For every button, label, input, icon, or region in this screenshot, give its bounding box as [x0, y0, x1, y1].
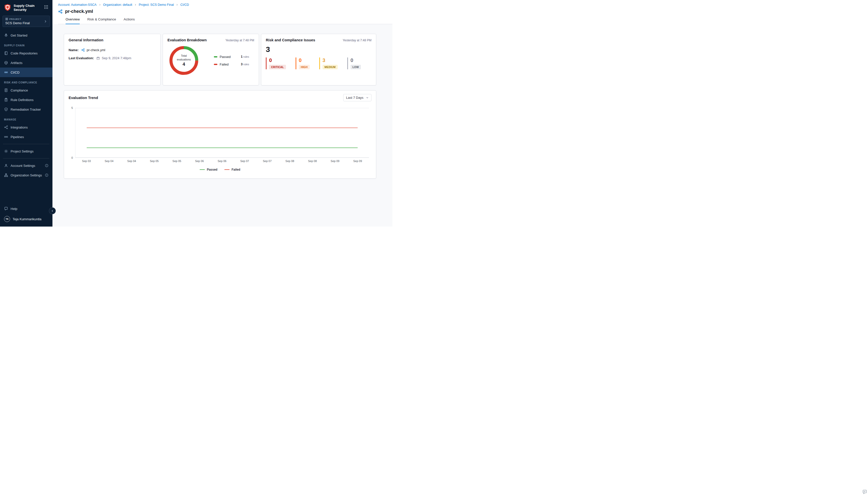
date-range-value: Last 7 Days: [346, 96, 363, 99]
sidebar-item-help[interactable]: Help: [0, 204, 52, 213]
y-tick-label: 0: [71, 156, 73, 159]
app-title: Supply Chain Security: [14, 4, 40, 12]
sidebar-item-label: CI/CD: [11, 71, 19, 74]
user-name: Teja Kummarikuntla: [13, 217, 41, 221]
medium-count: 3: [323, 57, 325, 63]
sidebar-item-label: Project Settings: [11, 149, 33, 153]
info-icon[interactable]: [45, 173, 49, 177]
breakdown-body: Total evaluations 4 Passed 1 rules: [163, 44, 259, 77]
title-row: pr-check.yml: [58, 9, 393, 14]
donut-center-value: 4: [182, 62, 185, 67]
x-tick-label: Sep 03: [75, 160, 98, 162]
evaluations-donut-chart: Total evaluations 4: [167, 44, 200, 77]
sidebar-item-rule-definitions[interactable]: Rule Definitions: [0, 95, 52, 105]
sidebar-divider: [3, 144, 50, 144]
x-tick-label: Sep 07: [256, 160, 279, 162]
legend-label: Passed: [220, 55, 235, 59]
project-selector[interactable]: PROJECT SCS Demo Final: [2, 15, 50, 27]
tab-overview[interactable]: Overview: [65, 18, 80, 24]
trend-plot: [75, 108, 369, 158]
person-icon: [4, 163, 8, 168]
sidebar-item-get-started[interactable]: Get Started: [0, 31, 52, 40]
sidebar-collapse-button[interactable]: [49, 207, 56, 214]
legend-label: Passed: [207, 168, 217, 171]
sidebar-item-remediation-tracker[interactable]: Remediation Tracker: [0, 105, 52, 114]
info-icon[interactable]: [45, 164, 49, 167]
trend-legend: PassedFailed: [64, 168, 376, 171]
app-grid-icon[interactable]: [43, 4, 49, 11]
trend-lines-svg: [75, 108, 369, 158]
sidebar-item-label: Integrations: [11, 126, 28, 129]
topbar: Account: Automation-SSCA Organization: d…: [52, 0, 393, 24]
sidebar-item-code-repositories[interactable]: Code Repositories: [0, 49, 52, 58]
sidebar-item-project-settings[interactable]: Project Settings: [0, 147, 52, 156]
legend-label: Failed: [231, 168, 240, 171]
sidebar-item-artifacts[interactable]: Artifacts: [0, 58, 52, 67]
project-name: SCS Demo Final: [5, 21, 30, 25]
total-issues-count: 3: [261, 46, 376, 53]
name-label: Name:: [69, 48, 79, 52]
file-name-text: pr-check.yml: [87, 48, 105, 52]
sidebar-item-label: Organization Settings: [11, 173, 42, 177]
calendar-icon: [96, 56, 100, 60]
failed-count: 3: [241, 63, 243, 66]
sidebar-item-cicd[interactable]: CI/CD: [0, 67, 52, 77]
legend-row-failed: Failed 3 rules: [214, 63, 249, 66]
donut-center-label: Total evaluations: [175, 54, 193, 61]
chevron-left-icon: [51, 210, 54, 212]
sidebar-item-label: Remediation Tracker: [11, 108, 41, 111]
sidebar-bottom: Help TK Teja Kummarikuntla: [0, 204, 52, 226]
infinity-icon: [4, 70, 8, 74]
sidebar-item-label: Account Settings: [11, 164, 35, 168]
section-risk-and-compliance: RISK AND COMPLIANCE: [0, 77, 52, 85]
date-range-select[interactable]: Last 7 Days: [343, 94, 372, 101]
breadcrumb-project[interactable]: Project: SCS Demo Final: [139, 3, 174, 7]
severity-low: 0 LOW: [347, 57, 361, 69]
user-menu[interactable]: TK Teja Kummarikuntla: [0, 213, 52, 223]
legend-item-failed: Failed: [224, 168, 240, 171]
chevron-down-icon: [366, 96, 369, 99]
legend-item-passed: Passed: [200, 168, 217, 171]
breadcrumb-separator: [98, 3, 101, 6]
x-tick-label: Sep 04: [120, 160, 143, 162]
donut-center: Total evaluations 4: [167, 44, 200, 77]
evaluation-trend-card: Evaluation Trend Last 7 Days 5 0: [64, 90, 376, 179]
legend-row-passed: Passed 1 rules: [214, 55, 249, 59]
tab-actions[interactable]: Actions: [124, 18, 135, 24]
x-tick-label: Sep 06: [211, 160, 233, 162]
trend-x-ticks: Sep 03Sep 04Sep 04Sep 05Sep 05Sep 06Sep …: [75, 160, 369, 162]
section-supply-chain: SUPPLY CHAIN: [0, 40, 52, 49]
last-evaluation-text: Sep 9, 2024 7:48pm: [102, 56, 131, 60]
pipeline-file-icon: [81, 48, 85, 52]
breadcrumb-cicd[interactable]: CI/CD: [180, 3, 189, 7]
section-manage: MANAGE: [0, 114, 52, 122]
x-tick-label: Sep 04: [98, 160, 121, 162]
org-hierarchy-icon: [4, 173, 8, 177]
breadcrumb-organization[interactable]: Organization: default: [103, 3, 132, 7]
card-timestamp: Yesterday at 7:48 PM: [226, 39, 254, 42]
sidebar-item-label: Rule Definitions: [11, 98, 33, 102]
x-tick-label: Sep 08: [301, 160, 324, 162]
sidebar-item-account-settings[interactable]: Account Settings: [0, 161, 52, 170]
sidebar-item-organization-settings[interactable]: Organization Settings: [0, 170, 52, 180]
breakdown-legend: Passed 1 rules Failed 3 rules: [214, 55, 249, 66]
breadcrumb-account[interactable]: Account: Automation-SSCA: [58, 3, 97, 7]
severity-high: 0 HIGH: [295, 57, 310, 69]
card-title: Evaluation Breakdown: [167, 38, 207, 42]
pipeline-file-icon: [58, 9, 63, 14]
sidebar-item-integrations[interactable]: Integrations: [0, 122, 52, 132]
x-tick-label: Sep 06: [188, 160, 211, 162]
x-tick-label: Sep 07: [233, 160, 256, 162]
sidebar-item-label: Get Started: [11, 33, 27, 37]
sidebar-item-compliance[interactable]: Compliance: [0, 85, 52, 95]
sidebar-item-pipelines[interactable]: Pipelines: [0, 132, 52, 142]
failed-unit: rules: [243, 63, 249, 66]
general-information-card: General Information Name: pr-check.yml: [64, 34, 161, 85]
chevron-right-icon: [44, 20, 47, 23]
low-badge: LOW: [351, 65, 361, 69]
critical-badge: CRITICAL: [269, 65, 286, 69]
tab-risk-and-compliance[interactable]: Risk & Compliance: [87, 18, 116, 24]
sidebar-item-label: Pipelines: [11, 135, 24, 139]
failed-dash-icon: [214, 64, 217, 65]
severity-critical: 0 CRITICAL: [266, 57, 286, 69]
